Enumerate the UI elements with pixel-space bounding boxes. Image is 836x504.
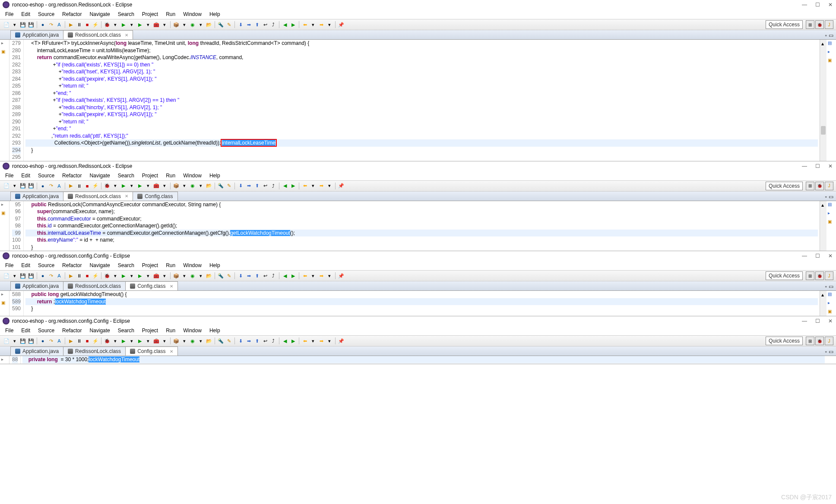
java-perspective-icon[interactable]: J: [825, 271, 833, 280]
menu-window[interactable]: Window: [180, 172, 205, 180]
dropdown-icon[interactable]: ▾: [144, 272, 152, 280]
menu-help[interactable]: Help: [206, 10, 224, 18]
step-icon[interactable]: ↩: [261, 182, 269, 190]
breakpoint-toggle-icon[interactable]: ▸: [1, 202, 8, 209]
tab-application[interactable]: Application.java: [10, 30, 63, 39]
task-icon[interactable]: ▸: [828, 300, 835, 307]
close-button[interactable]: ✕: [827, 163, 833, 169]
dropdown-icon[interactable]: ▾: [128, 182, 136, 190]
forward-icon[interactable]: ➡: [317, 272, 325, 280]
titlebar[interactable]: roncoo-eshop - org.redisson.RedissonLock…: [0, 161, 836, 171]
save-all-icon[interactable]: 💾: [27, 272, 35, 280]
override-icon[interactable]: ▣: [1, 211, 8, 217]
suspend-icon[interactable]: ⏸: [75, 182, 83, 190]
dropdown-icon[interactable]: ▾: [326, 182, 333, 190]
save-icon[interactable]: 💾: [19, 337, 27, 345]
scroll-thumb[interactable]: [821, 126, 826, 135]
menu-search[interactable]: Search: [114, 172, 138, 180]
save-icon[interactable]: 💾: [19, 21, 27, 28]
tab-config[interactable]: Config.class✕: [125, 346, 177, 356]
disconnect-icon[interactable]: ⚡: [92, 21, 99, 28]
dropdown-icon[interactable]: ▾: [326, 337, 333, 345]
menu-search[interactable]: Search: [114, 261, 138, 269]
editor[interactable]: ▸ 88 private long = 30 * 1000;lockWatchd…: [0, 356, 836, 364]
suspend-icon[interactable]: ⏸: [75, 337, 83, 345]
dropdown-icon[interactable]: ▾: [111, 337, 119, 345]
close-icon[interactable]: ✕: [125, 194, 128, 198]
task-icon[interactable]: ▸: [828, 49, 835, 56]
close-icon[interactable]: ✕: [170, 284, 173, 289]
menu-project[interactable]: Project: [139, 327, 162, 334]
menu-run[interactable]: Run: [162, 261, 179, 269]
dropdown-icon[interactable]: ▾: [11, 337, 19, 345]
forward-icon[interactable]: ➡: [317, 182, 325, 190]
search-icon[interactable]: 🔦: [217, 272, 225, 280]
pin-icon[interactable]: 📌: [337, 337, 345, 345]
scroll-up-icon[interactable]: ▴: [821, 41, 824, 47]
breakpoint-icon[interactable]: ●: [39, 272, 47, 280]
resume-icon[interactable]: ▶: [67, 337, 75, 345]
debug-icon[interactable]: 🐞: [103, 337, 111, 345]
dropdown-icon[interactable]: ▾: [326, 272, 333, 280]
close-button[interactable]: ✕: [827, 253, 833, 259]
debug-icon[interactable]: 🐞: [103, 272, 111, 280]
toggle-icon[interactable]: ✎: [225, 337, 233, 345]
code-area[interactable]: <T> RFuture<T> tryLockInnerAsync(long le…: [24, 40, 820, 161]
menu-file[interactable]: File: [2, 261, 17, 269]
step-icon[interactable]: ➡: [245, 337, 253, 345]
terminate-icon[interactable]: ■: [83, 182, 91, 190]
maximize-view-icon[interactable]: ▭: [829, 32, 833, 38]
type-icon[interactable]: A: [55, 182, 63, 190]
tab-redissonlock[interactable]: RedissonLock.class✕: [63, 192, 133, 201]
code-area[interactable]: private long = 30 * 1000;lockWatchdogTim…: [21, 356, 826, 364]
dropdown-icon[interactable]: ▾: [144, 337, 152, 345]
breakpoint-toggle-icon[interactable]: ▸: [1, 292, 8, 299]
resume-icon[interactable]: ▶: [67, 21, 75, 28]
open-type-icon[interactable]: 📂: [205, 337, 213, 345]
type-icon[interactable]: A: [55, 337, 63, 345]
nav-prev-icon[interactable]: ◀: [281, 21, 289, 28]
new-package-icon[interactable]: 📦: [172, 272, 180, 280]
search-icon[interactable]: 🔦: [217, 21, 225, 28]
new-class-icon[interactable]: ◉: [189, 337, 196, 345]
dropdown-icon[interactable]: ▾: [128, 337, 136, 345]
new-icon[interactable]: 📄: [3, 337, 10, 345]
back-icon[interactable]: ⬅: [301, 337, 309, 345]
terminate-icon[interactable]: ■: [83, 21, 91, 28]
coverage-icon[interactable]: ▶: [136, 272, 144, 280]
menu-navigate[interactable]: Navigate: [86, 327, 113, 334]
step-icon[interactable]: ⤴: [269, 337, 277, 345]
toggle-icon[interactable]: ✎: [225, 272, 233, 280]
dropdown-icon[interactable]: ▾: [161, 182, 168, 190]
step-icon[interactable]: ↩: [261, 337, 269, 345]
menu-window[interactable]: Window: [180, 10, 205, 18]
override-icon[interactable]: ▣: [1, 49, 8, 56]
step-icon[interactable]: ↩: [261, 21, 269, 28]
new-package-icon[interactable]: 📦: [172, 21, 180, 28]
editor[interactable]: ▸▣ 588589590 public long getLockWatchdog…: [0, 291, 836, 316]
skip-icon[interactable]: ↷: [47, 21, 55, 28]
scroll-up-icon[interactable]: ▴: [821, 202, 824, 208]
ext-tools-icon[interactable]: 🧰: [152, 272, 160, 280]
menu-refactor[interactable]: Refactor: [59, 172, 85, 180]
maximize-button[interactable]: ☐: [814, 253, 820, 259]
run-icon[interactable]: ▶: [120, 21, 127, 28]
java-perspective-icon[interactable]: J: [825, 20, 833, 29]
step-icon[interactable]: ⤴: [269, 182, 277, 190]
skip-icon[interactable]: ↷: [47, 182, 55, 190]
new-class-icon[interactable]: ◉: [189, 272, 196, 280]
new-icon[interactable]: 📄: [3, 272, 10, 280]
task-icon[interactable]: ▸: [828, 211, 835, 217]
pin-icon[interactable]: 📌: [337, 21, 345, 28]
new-class-icon[interactable]: ◉: [189, 182, 196, 190]
ext-tools-icon[interactable]: 🧰: [152, 337, 160, 345]
breakpoint-icon[interactable]: ●: [39, 337, 47, 345]
debug-perspective-icon[interactable]: 🐞: [815, 20, 824, 29]
dropdown-icon[interactable]: ▾: [111, 272, 119, 280]
coverage-icon[interactable]: ▶: [136, 337, 144, 345]
save-icon[interactable]: 💾: [19, 272, 27, 280]
titlebar[interactable]: roncoo-eshop - org.redisson.config.Confi…: [0, 316, 836, 326]
ext-tools-icon[interactable]: 🧰: [152, 21, 160, 28]
nav-next-icon[interactable]: ▶: [289, 337, 297, 345]
bookmark-icon[interactable]: ▣: [828, 219, 835, 226]
